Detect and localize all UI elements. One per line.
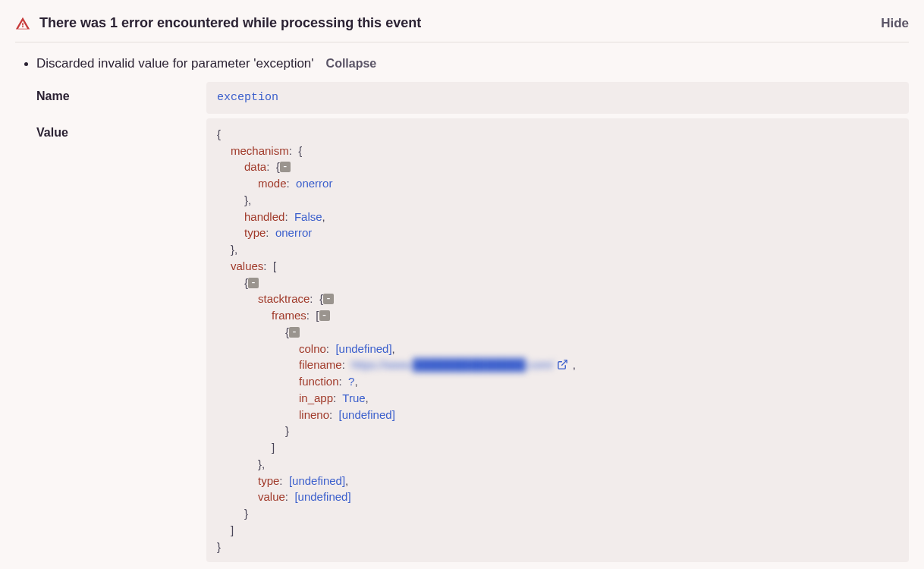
name-value-box: exception: [206, 82, 909, 114]
collapse-toggle-icon[interactable]: -: [319, 310, 330, 321]
json-line: stacktrace: {-: [217, 291, 898, 307]
name-row: Name exception: [36, 82, 909, 114]
error-message: Discarded invalid value for parameter 'e…: [36, 56, 314, 71]
json-line: },: [217, 456, 898, 473]
name-value: exception: [217, 91, 278, 104]
json-line: frames: [-: [217, 307, 898, 324]
json-line: in_app: True,: [217, 390, 898, 407]
json-line: data: {-: [217, 159, 898, 175]
json-line: filename: https://www.██████████████.com…: [217, 357, 898, 373]
value-label: Value: [36, 118, 206, 140]
json-line: ]: [217, 439, 898, 456]
collapse-toggle-icon[interactable]: -: [289, 327, 300, 338]
error-item-header: Discarded invalid value for parameter 'e…: [36, 56, 909, 71]
json-line: type: onerror: [217, 225, 898, 241]
collapse-toggle-icon[interactable]: -: [248, 278, 259, 288]
name-label: Name: [36, 82, 206, 103]
json-line: }: [217, 540, 221, 553]
json-line: handled: False,: [217, 209, 898, 225]
external-link-icon[interactable]: [557, 359, 568, 370]
json-line: colno: [undefined],: [217, 341, 898, 357]
json-line: value: [undefined]: [217, 489, 898, 505]
header-left: There was 1 error encountered while proc…: [15, 15, 421, 31]
collapse-button[interactable]: Collapse: [326, 57, 377, 71]
json-line: },: [217, 192, 898, 209]
json-line: }: [217, 505, 898, 522]
value-row: Value { mechanism: { data: {- mode: oner…: [36, 118, 909, 563]
hide-button[interactable]: Hide: [881, 16, 909, 31]
warning-icon: [15, 16, 30, 31]
json-line: mechanism: {: [217, 143, 898, 159]
error-count-title: There was 1 error encountered while proc…: [39, 15, 421, 31]
error-header: There was 1 error encountered while proc…: [15, 15, 909, 42]
error-details: Name exception Value { mechanism: { data…: [36, 82, 909, 562]
json-line: mode: onerror: [217, 175, 898, 192]
collapse-toggle-icon[interactable]: -: [323, 294, 334, 304]
json-line: ]: [217, 522, 898, 539]
json-line: {-: [217, 275, 898, 291]
json-line: {-: [217, 324, 898, 341]
json-line: lineno: [undefined]: [217, 407, 898, 423]
filename-url[interactable]: https://www.██████████████.com/: [351, 358, 553, 371]
svg-line-0: [561, 360, 567, 366]
json-line: {: [217, 127, 221, 140]
json-line: },: [217, 241, 898, 258]
json-line: function: ?,: [217, 373, 898, 390]
json-line: type: [undefined],: [217, 473, 898, 489]
json-line: }: [217, 423, 898, 439]
value-json-box: { mechanism: { data: {- mode: onerror },…: [206, 118, 909, 563]
error-item: Discarded invalid value for parameter 'e…: [36, 56, 909, 562]
json-line: values: [: [217, 258, 898, 275]
collapse-toggle-icon[interactable]: -: [280, 162, 291, 172]
error-list: Discarded invalid value for parameter 'e…: [15, 56, 909, 562]
